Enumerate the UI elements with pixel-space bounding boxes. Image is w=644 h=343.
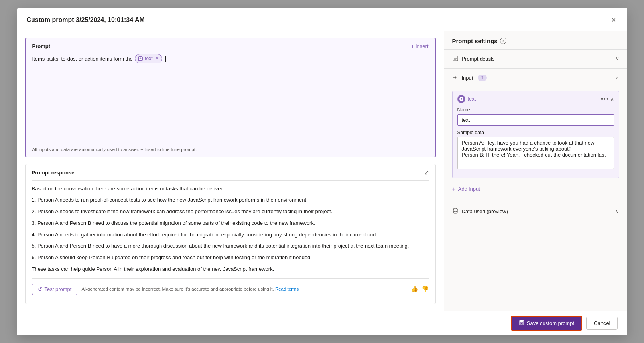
prompt-details-label: Prompt details: [462, 56, 495, 62]
left-panel: Prompt + Insert Items tasks, to-dos, or …: [17, 31, 444, 311]
thumbup-button[interactable]: 👍: [411, 286, 418, 293]
svg-point-6: [453, 208, 457, 210]
test-prompt-label: Test prompt: [45, 286, 72, 292]
chip-icon: [138, 56, 143, 61]
prompt-section-header: Prompt + Insert: [32, 43, 429, 49]
add-input-button[interactable]: + Add input: [452, 183, 480, 195]
prompt-hint: All inputs and data are automatically us…: [32, 147, 429, 152]
response-content: Based on the conversation, here are some…: [32, 185, 429, 274]
ai-disclaimer: AI-generated content may be incorrect. M…: [81, 287, 406, 291]
input-label: Input: [462, 75, 473, 81]
prompt-label: Prompt: [32, 43, 51, 49]
data-used-label: Data used (preview): [462, 208, 508, 214]
add-input-plus-icon: +: [452, 186, 456, 193]
input-section-header[interactable]: Input 1 ∧: [444, 69, 627, 87]
response-intro: Based on the conversation, here are some…: [32, 185, 429, 193]
response-label: Prompt response: [32, 170, 75, 176]
response-item-1: 1. Person A needs to run proof-of-concep…: [32, 196, 429, 204]
input-card-header: text ••• ∧: [457, 95, 614, 103]
response-section: Prompt response ⤢ Based on the conversat…: [25, 164, 436, 304]
sample-data-field-group: Sample data Person A: Hey, have you had …: [457, 130, 614, 170]
save-custom-prompt-button[interactable]: Save custom prompt: [511, 316, 582, 331]
name-field-group: Name: [457, 107, 614, 126]
expand-button[interactable]: ⤢: [424, 169, 429, 176]
name-field-input[interactable]: [457, 114, 614, 126]
input-icon: [452, 74, 459, 82]
prompt-details-section: Prompt details ∨: [444, 50, 627, 69]
sample-data-label: Sample data: [457, 130, 614, 135]
chip-close-button[interactable]: ✕: [155, 55, 159, 62]
test-icon: ↺: [38, 286, 42, 292]
prompt-content: Items tasks, to-dos, or action items for…: [32, 54, 429, 144]
read-terms-link[interactable]: Read terms: [275, 287, 299, 291]
prompt-settings-title: Prompt settings: [452, 38, 498, 44]
save-label: Save custom prompt: [527, 320, 574, 326]
text-cursor: [165, 56, 166, 62]
svg-rect-9: [520, 323, 523, 324]
prompt-details-chevron: ∨: [616, 56, 619, 61]
close-button[interactable]: ×: [610, 14, 618, 26]
response-item-5: 5. Person A and Person B need to have a …: [32, 242, 429, 250]
modal-title: Custom prompt 3/25/2024, 10:01:34 AM: [27, 16, 145, 24]
input-chip-icon: [457, 95, 465, 103]
data-used-title: Data used (preview): [452, 208, 508, 215]
thumbdown-button[interactable]: 👎: [421, 286, 429, 293]
response-header: Prompt response ⤢: [32, 169, 429, 181]
input-chip-label: text: [468, 96, 476, 102]
input-section-chevron: ∧: [616, 75, 619, 81]
prompt-text-before-chip: Items tasks, to-dos, or action items for…: [32, 56, 133, 62]
response-item-3: 3. Person A and Person B need to discuss…: [32, 219, 429, 228]
data-used-chevron: ∨: [616, 208, 619, 214]
add-input-label: Add input: [458, 186, 480, 192]
prompt-details-header[interactable]: Prompt details ∨: [444, 50, 627, 68]
prompt-details-title: Prompt details: [452, 55, 495, 63]
response-item-4: 4. Person A needs to gather information …: [32, 231, 429, 239]
input-section: Input 1 ∧ text: [444, 69, 627, 202]
name-field-label: Name: [457, 107, 614, 113]
data-used-section: Data used (preview) ∨: [444, 202, 627, 221]
feedback-icons: 👍 👎: [411, 286, 429, 293]
chip-label: text: [145, 55, 152, 62]
right-panel: Prompt settings i: [444, 31, 627, 311]
input-card-collapse-button[interactable]: ∧: [611, 95, 614, 103]
test-prompt-button[interactable]: ↺ Test prompt: [32, 284, 78, 295]
prompt-details-icon: [452, 55, 459, 63]
response-item-2: 2. Person A needs to investigate if the …: [32, 208, 429, 216]
input-count: 1: [478, 75, 487, 81]
info-icon: i: [500, 38, 506, 44]
text-chip: text ✕: [135, 54, 162, 63]
modal-container: Custom prompt 3/25/2024, 10:01:34 AM × P…: [17, 8, 627, 335]
input-card-actions: ••• ∧: [601, 95, 614, 103]
input-section-title: Input 1: [452, 74, 487, 82]
input-card-menu-button[interactable]: •••: [601, 95, 609, 103]
data-used-icon: [452, 208, 459, 215]
modal-header: Custom prompt 3/25/2024, 10:01:34 AM ×: [17, 8, 627, 31]
svg-rect-8: [520, 320, 523, 322]
save-icon: [519, 320, 524, 327]
input-section-body: text ••• ∧ Name Sample dat: [444, 87, 627, 202]
modal-body: Prompt + Insert Items tasks, to-dos, or …: [17, 31, 627, 311]
data-used-header[interactable]: Data used (preview) ∨: [444, 202, 627, 221]
modal-footer: Save custom prompt Cancel: [17, 311, 627, 335]
input-card: text ••• ∧ Name Sample dat: [452, 91, 619, 178]
response-outro: These tasks can help guide Person A in t…: [32, 265, 429, 274]
sample-data-textarea[interactable]: Person A: Hey, have you had a chance to …: [457, 137, 614, 169]
response-footer: ↺ Test prompt AI-generated content may b…: [32, 278, 429, 297]
cancel-button[interactable]: Cancel: [586, 317, 617, 330]
input-chip: text: [457, 95, 476, 103]
prompt-section: Prompt + Insert Items tasks, to-dos, or …: [25, 38, 436, 157]
insert-button[interactable]: + Insert: [411, 43, 429, 49]
right-panel-header: Prompt settings i: [444, 31, 627, 50]
response-item-6: 6. Person A should keep Person B updated…: [32, 254, 429, 262]
